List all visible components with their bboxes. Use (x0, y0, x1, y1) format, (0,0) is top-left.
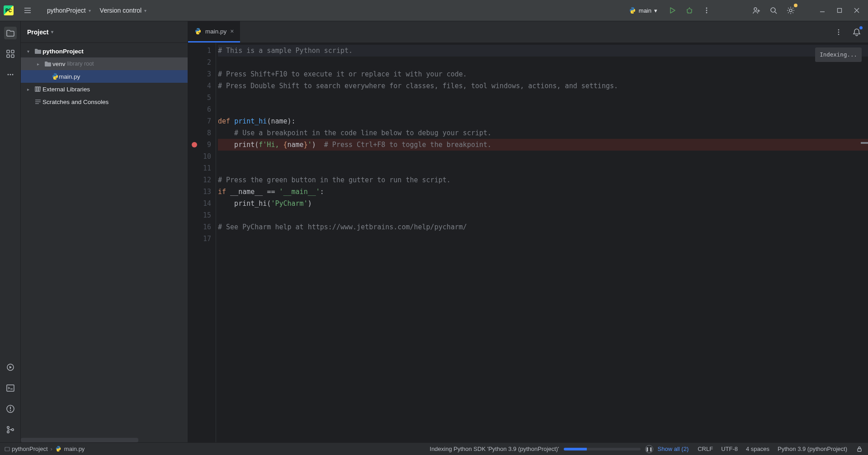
python-file-icon (55, 446, 62, 453)
chevron-right-icon: ▸ (37, 62, 43, 66)
svg-point-27 (838, 33, 840, 35)
svg-rect-7 (838, 9, 842, 13)
project-panel-title[interactable]: Project ▾ (27, 28, 53, 36)
tree-external-libs-row[interactable]: ▸ External Libraries (21, 83, 188, 95)
tree-file-label: main.py (59, 73, 80, 80)
tab-label: main.py (205, 28, 226, 35)
editor-tab-main[interactable]: main.py × (188, 21, 240, 43)
lock-status-icon[interactable] (855, 445, 863, 453)
svg-point-12 (7, 74, 9, 76)
svg-rect-9 (11, 50, 14, 53)
horizontal-scrollbar[interactable] (21, 438, 138, 442)
run-button[interactable] (666, 5, 678, 16)
tree-root-row[interactable]: ▾ pythonProject (21, 45, 188, 57)
svg-rect-11 (11, 55, 14, 57)
line-separator-status[interactable]: CRLF (698, 446, 713, 452)
version-control-tool-button[interactable] (4, 423, 17, 436)
close-tab-button[interactable]: × (230, 28, 234, 35)
run-config-selector[interactable]: main ▾ (625, 5, 661, 16)
svg-rect-23 (37, 87, 38, 91)
encoding-status[interactable]: UTF-8 (721, 446, 738, 452)
svg-point-5 (771, 8, 775, 12)
svg-rect-16 (7, 385, 14, 391)
folder-icon (43, 60, 52, 67)
svg-point-25 (838, 29, 840, 30)
tree-main-file-row[interactable]: main.py (21, 70, 188, 83)
svg-point-21 (11, 429, 13, 431)
terminal-tool-button[interactable] (4, 382, 17, 394)
code-content[interactable]: # This is a sample Python script. # Pres… (216, 43, 868, 442)
show-all-processes-link[interactable]: Show all (2) (658, 446, 689, 452)
svg-rect-22 (35, 87, 37, 91)
tree-ext-lib-label: External Libraries (42, 86, 90, 93)
chevron-down-icon: ▾ (51, 29, 53, 34)
status-bar: pythonProject › main.py Indexing Python … (0, 442, 868, 455)
debug-button[interactable] (684, 5, 695, 16)
indexing-status-text: Indexing Python SDK 'Python 3.9 (pythonP… (430, 446, 559, 452)
close-window-button[interactable] (851, 5, 863, 16)
svg-point-0 (687, 9, 692, 13)
breakpoint-marker[interactable] (192, 142, 197, 147)
folder-icon (33, 47, 42, 55)
tree-venv-row[interactable]: ▸ venv library root (21, 57, 188, 70)
breadcrumb-file[interactable]: main.py (55, 446, 85, 453)
code-editor[interactable]: 123 456 789 101112 131415 1617 # This is… (188, 43, 868, 442)
project-tool-button[interactable] (4, 27, 17, 39)
chevron-down-icon: ▾ (654, 7, 657, 14)
editor-gutter[interactable]: 123 456 789 101112 131415 1617 (188, 43, 216, 442)
project-name-label: pythonProject (47, 7, 86, 14)
more-tools-button[interactable] (4, 68, 17, 81)
editor-indexing-badge: Indexing... (815, 47, 862, 62)
svg-point-3 (706, 12, 708, 14)
tab-options-button[interactable] (833, 26, 844, 38)
project-tree[interactable]: ▾ pythonProject ▸ venv library root (21, 43, 188, 438)
maximize-window-button[interactable] (834, 5, 845, 16)
svg-point-4 (754, 8, 757, 10)
settings-button[interactable] (785, 5, 797, 16)
search-button[interactable] (768, 5, 779, 16)
left-tool-strip (0, 21, 21, 442)
tree-venv-label: venv (52, 61, 66, 67)
error-stripe-marker[interactable] (861, 142, 868, 144)
vcs-dropdown[interactable]: Version control ▾ (95, 5, 151, 16)
main-menu-button[interactable] (22, 5, 33, 16)
more-actions-button[interactable] (701, 5, 712, 16)
chevron-right-icon: › (51, 446, 52, 452)
svg-rect-8 (7, 50, 9, 53)
svg-point-18 (9, 410, 10, 411)
library-icon (33, 85, 42, 93)
tree-scratches-row[interactable]: Scratches and Consoles (21, 95, 188, 108)
svg-rect-10 (7, 55, 9, 57)
svg-point-14 (12, 74, 13, 76)
structure-tool-button[interactable] (4, 47, 17, 60)
scratch-icon (33, 98, 42, 105)
svg-point-20 (7, 431, 9, 433)
svg-point-6 (789, 9, 792, 12)
indent-status[interactable]: 4 spaces (746, 446, 769, 452)
chevron-down-icon: ▾ (89, 8, 91, 13)
svg-rect-28 (5, 447, 9, 451)
interpreter-status[interactable]: Python 3.9 (pythonProject) (778, 446, 847, 452)
problems-tool-button[interactable] (4, 403, 17, 415)
notifications-button[interactable] (851, 26, 863, 38)
chevron-down-icon: ▾ (27, 49, 33, 54)
pycharm-logo-icon: PC (4, 5, 14, 15)
python-packages-tool-button[interactable] (4, 361, 17, 374)
code-with-me-button[interactable] (750, 5, 762, 16)
indexing-progress-bar (564, 448, 641, 450)
python-file-icon (194, 28, 202, 35)
minimize-window-button[interactable] (816, 5, 828, 16)
svg-rect-24 (38, 87, 40, 91)
editor-area: main.py × 123 456 789 (188, 21, 868, 442)
pause-indexing-button[interactable]: ❚❚ (645, 445, 653, 453)
chevron-down-icon: ▾ (144, 8, 146, 13)
python-file-icon (629, 7, 636, 14)
run-config-label: main (639, 7, 651, 14)
project-dropdown[interactable]: pythonProject ▾ (42, 5, 95, 16)
python-file-icon (52, 73, 59, 80)
project-panel: Project ▾ ▾ pythonProject ▸ venv library… (21, 21, 188, 442)
breadcrumb-project[interactable]: pythonProject (5, 446, 48, 452)
svg-rect-29 (858, 449, 861, 451)
svg-point-2 (706, 10, 708, 11)
vcs-label: Version control (100, 7, 142, 14)
